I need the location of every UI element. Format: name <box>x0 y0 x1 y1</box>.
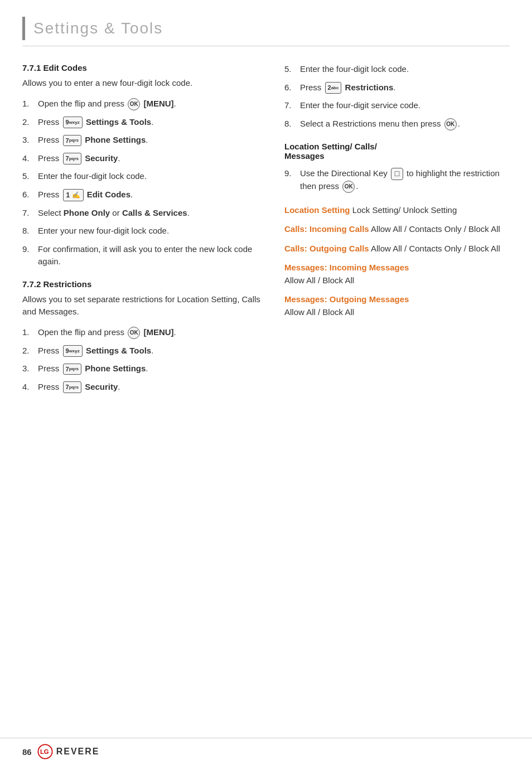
ok-key-icon-2: OK <box>128 327 140 339</box>
header-accent <box>22 17 25 40</box>
step-r8: 8. Select a Restrictions menu then press… <box>284 118 510 130</box>
ok-key-icon: OK <box>128 98 140 110</box>
option-messages-incoming: Messages: Incoming Messages Allow All / … <box>284 262 510 287</box>
ok-key-icon-4: OK <box>342 181 355 193</box>
option-value: Allow All / Block All <box>284 275 354 285</box>
option-label: Calls: Incoming Calls <box>284 224 369 234</box>
step-content: Open the flip and press OK [MENU]. <box>38 326 262 339</box>
step-num: 9. <box>22 243 38 256</box>
section-771-heading: 7.7.1 Edit Codes <box>22 63 262 72</box>
step-num: 6. <box>22 188 38 201</box>
step-content: For confirmation, it will ask you to ent… <box>38 243 262 268</box>
key-9wxyz: 9wxyz <box>63 117 83 128</box>
step-771-1: 1. Open the flip and press OK [MENU]. <box>22 98 262 110</box>
step-num: 6. <box>284 81 300 94</box>
key-1: 1 ✍ <box>63 189 84 201</box>
step-content: Select Phone Only or Calls & Services. <box>38 207 262 220</box>
step-num: 7. <box>22 207 38 220</box>
directional-key-icon: □ <box>391 168 403 180</box>
step-num: 1. <box>22 326 38 339</box>
step-content: Select a Restrictions menu then press OK… <box>300 118 510 130</box>
step-771-6: 6. Press 1 ✍ Edit Codes. <box>22 188 262 201</box>
section-771-intro: Allows you to enter a new four-digit loc… <box>22 77 262 90</box>
right-column: 5. Enter the four-digit lock code. 6. Pr… <box>284 63 510 404</box>
step-772-3: 3. Press 7pqrs Phone Settings. <box>22 362 262 375</box>
step-content: Press 7pqrs Phone Settings. <box>38 134 262 147</box>
step-content: Enter the four-digit service code. <box>300 99 510 112</box>
sub-section-heading: Location Setting/ Calls/Messages <box>284 142 510 161</box>
step-content: Open the flip and press OK [MENU]. <box>38 98 262 110</box>
step-771-9: 9. For confirmation, it will ask you to … <box>22 243 262 268</box>
step-content: Enter the four-digit lock code. <box>38 170 262 183</box>
ok-key-icon-3: OK <box>444 118 457 130</box>
left-column: 7.7.1 Edit Codes Allows you to enter a n… <box>22 63 262 404</box>
step-r7: 7. Enter the four-digit service code. <box>284 99 510 112</box>
page-title: Settings & Tools <box>33 17 163 40</box>
step-771-7: 7. Select Phone Only or Calls & Services… <box>22 207 262 220</box>
step-content: Press 7pqrs Phone Settings. <box>38 362 262 375</box>
step-num: 2. <box>22 345 38 357</box>
step-content: Press 2abc Restrictions. <box>300 81 510 94</box>
step-771-3: 3. Press 7pqrs Phone Settings. <box>22 134 262 147</box>
step-772-4: 4. Press 7pqrs Security. <box>22 381 262 394</box>
page-number: 86 <box>22 747 32 757</box>
key-7pqrs: 7pqrs <box>63 135 81 147</box>
section-772-steps: 1. Open the flip and press OK [MENU]. 2.… <box>22 326 262 394</box>
step-content: Use the Directional Key □ to highlight t… <box>300 167 510 193</box>
step-num: 2. <box>22 116 38 129</box>
step-num: 3. <box>22 134 38 147</box>
step-r6: 6. Press 2abc Restrictions. <box>284 81 510 94</box>
step-num: 5. <box>284 63 300 76</box>
step-772-2: 2. Press 9wxyz Settings & Tools. <box>22 345 262 357</box>
step-num: 8. <box>22 225 38 238</box>
option-calls-incoming: Calls: Incoming Calls Allow All / Contac… <box>284 223 510 236</box>
option-value: Allow All / Block All <box>284 307 354 317</box>
step-num: 5. <box>22 170 38 183</box>
step-r5: 5. Enter the four-digit lock code. <box>284 63 510 76</box>
key-2abc: 2abc <box>325 82 342 94</box>
page-container: Settings & Tools 7.7.1 Edit Codes Allows… <box>0 0 532 438</box>
content-columns: 7.7.1 Edit Codes Allows you to enter a n… <box>22 63 510 404</box>
step-content: Press 9wxyz Settings & Tools. <box>38 345 262 357</box>
step-num: 9. <box>284 167 300 180</box>
option-label: Calls: Outgoing Calls <box>284 244 369 253</box>
step-content: Press 9wxyz Settings & Tools. <box>38 116 262 129</box>
key-7pqrs-4: 7pqrs <box>63 381 81 393</box>
page-header: Settings & Tools <box>22 17 510 46</box>
option-label: Messages: Outgoing Messages <box>284 294 409 304</box>
step-num: 1. <box>22 98 38 110</box>
step-772-1: 1. Open the flip and press OK [MENU]. <box>22 326 262 339</box>
option-location-setting: Location Setting Lock Setting/ Unlock Se… <box>284 204 510 217</box>
step-content: Press 7pqrs Security. <box>38 152 262 165</box>
section-771-steps: 1. Open the flip and press OK [MENU]. 2.… <box>22 98 262 268</box>
step-771-2: 2. Press 9wxyz Settings & Tools. <box>22 116 262 129</box>
option-calls-outgoing: Calls: Outgoing Calls Allow All / Contac… <box>284 243 510 255</box>
page-footer: 86 LG REVERE <box>0 738 532 765</box>
step-content: Enter the four-digit lock code. <box>300 63 510 76</box>
svg-text:LG: LG <box>40 748 49 755</box>
step-num: 4. <box>22 381 38 394</box>
step-content: Press 1 ✍ Edit Codes. <box>38 188 262 201</box>
option-value: Allow All / Contacts Only / Block All <box>371 224 500 234</box>
section-772-heading: 7.7.2 Restrictions <box>22 279 262 289</box>
step-771-5: 5. Enter the four-digit lock code. <box>22 170 262 183</box>
lg-logo-icon: LG <box>37 744 53 759</box>
step-content: Press 7pqrs Security. <box>38 381 262 394</box>
step-771-4: 4. Press 7pqrs Security. <box>22 152 262 165</box>
key-7pqrs-2: 7pqrs <box>63 153 81 164</box>
key-7pqrs-3: 7pqrs <box>63 364 81 375</box>
step-num: 4. <box>22 152 38 165</box>
brand-name: REVERE <box>56 747 100 757</box>
key-9wxyz-2: 9wxyz <box>63 345 83 357</box>
options-list: Location Setting Lock Setting/ Unlock Se… <box>284 204 510 319</box>
option-value: Lock Setting/ Unlock Setting <box>352 205 457 215</box>
step-num: 7. <box>284 99 300 112</box>
step-content: Enter your new four-digit lock code. <box>38 225 262 238</box>
option-label: Messages: Incoming Messages <box>284 263 409 272</box>
option-value: Allow All / Contacts Only / Block All <box>371 244 500 253</box>
footer-logo: LG REVERE <box>37 744 100 759</box>
option-messages-outgoing: Messages: Outgoing Messages Allow All / … <box>284 293 510 318</box>
step-771-8: 8. Enter your new four-digit lock code. <box>22 225 262 238</box>
step-num: 3. <box>22 362 38 375</box>
step-r9: 9. Use the Directional Key □ to highligh… <box>284 167 510 193</box>
